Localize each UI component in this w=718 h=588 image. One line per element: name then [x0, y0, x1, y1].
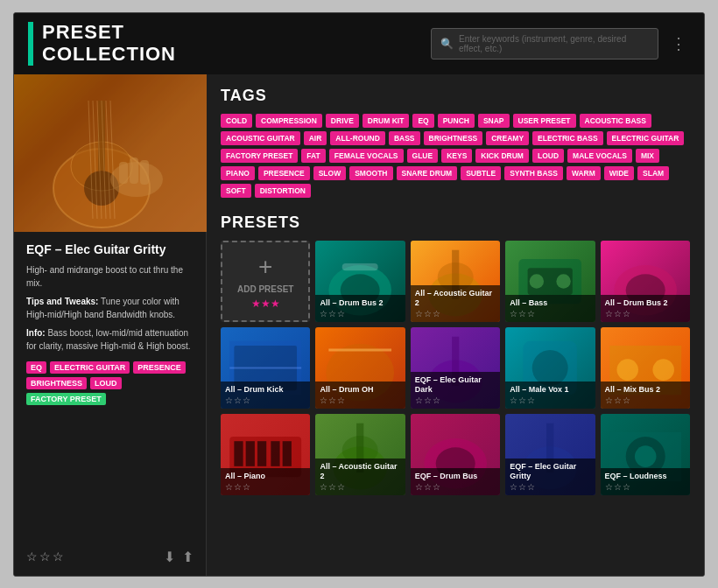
preset-card-name-7: All – Male Vox 1: [510, 385, 590, 395]
add-preset-card[interactable]: + ADD PRESET ★★★: [221, 241, 310, 322]
tag-factory-preset[interactable]: FACTORY PRESET: [221, 149, 298, 163]
tag-slow[interactable]: SLOW: [313, 166, 347, 180]
guitar-illustration: [14, 74, 207, 232]
preset-card-name-8: All – Mix Bus 2: [605, 385, 686, 395]
preset-card-5[interactable]: All – Drum OH ☆☆☆: [315, 327, 405, 409]
tag-snap[interactable]: SNAP: [478, 114, 510, 128]
tag-brightness2[interactable]: BRIGHTNESS: [424, 131, 483, 145]
svg-point-39: [652, 359, 674, 381]
tag-brightness[interactable]: BRIGHTNESS: [26, 377, 87, 389]
tag-synth-bass[interactable]: SYNTH BASS: [504, 166, 563, 180]
preset-card-10[interactable]: All – Acoustic Guitar 2 ☆☆☆: [315, 414, 405, 495]
tag-acoustic-bass[interactable]: ACOUSTIC BASS: [580, 114, 651, 128]
preset-card-name-4: All – Drum Kick: [225, 385, 306, 395]
preset-card-6[interactable]: EQF – Elec Guitar Dark ☆☆☆: [411, 327, 500, 409]
tag-compression[interactable]: COMPRESSION: [256, 114, 322, 128]
preset-card-name-13: EQF – Loudness: [605, 472, 686, 481]
tag-drive[interactable]: DRIVE: [326, 114, 359, 128]
tag-acoustic-guitar[interactable]: ACOUSTIC GUITAR: [221, 131, 300, 145]
svg-rect-15: [14, 74, 207, 232]
tag-factory[interactable]: FACTORY PRESET: [26, 393, 106, 405]
tag-female-vocals[interactable]: FEMALE VOCALS: [329, 149, 404, 163]
tag-electric-guitar2[interactable]: ELECTRIC GUITAR: [607, 131, 685, 145]
svg-rect-43: [257, 441, 266, 466]
share-icon[interactable]: ⬆: [182, 549, 194, 565]
tag-presence2[interactable]: PRESENCE: [258, 166, 310, 180]
tag-eq2[interactable]: EQ: [412, 114, 433, 128]
preset-card-stars-10: ☆☆☆: [320, 482, 400, 492]
preset-card-stars-3: ☆☆☆: [605, 309, 686, 318]
header: PRESET COLLECTION 🔍 Enter keywords (inst…: [14, 13, 704, 74]
preset-card-12[interactable]: EQF – Elec Guitar Gritty ☆☆☆: [505, 414, 595, 495]
preset-card-4[interactable]: All – Drum Kick ☆☆☆: [221, 327, 310, 409]
preset-card-stars-1: ☆☆☆: [415, 309, 496, 318]
preset-card-info-12: EQF – Elec Guitar Gritty ☆☆☆: [505, 458, 595, 495]
tag-slam[interactable]: SLAM: [637, 166, 669, 180]
preset-info: EQF – Elec Guitar Gritty High- and midra…: [14, 232, 206, 542]
header-right: 🔍 Enter keywords (instrument, genre, des…: [431, 28, 690, 60]
tag-all-round[interactable]: ALL-ROUND: [330, 131, 385, 145]
preset-card-1[interactable]: All – Acoustic Guitar 2 ☆☆☆: [411, 241, 500, 322]
add-preset-stars: ★★★: [251, 298, 280, 310]
tag-smooth[interactable]: SMOOTH: [349, 166, 392, 180]
tag-subtle[interactable]: SUBTLE: [461, 166, 501, 180]
tag-glue[interactable]: GLUE: [407, 149, 439, 163]
preset-card-info-0: All – Drum Bus 2 ☆☆☆: [315, 295, 405, 322]
tag-wide[interactable]: WIDE: [604, 166, 634, 180]
tag-snare-drum[interactable]: SNARE DRUM: [397, 166, 458, 180]
tag-loud2[interactable]: LOUD: [532, 149, 564, 163]
preset-card-stars-13: ☆☆☆: [605, 482, 686, 492]
preset-card-9[interactable]: All – Piano ☆☆☆: [221, 414, 310, 495]
left-tags: EQ ELECTRIC GUITAR PRESENCE BRIGHTNESS L…: [26, 361, 194, 405]
add-preset-label: ADD PRESET: [237, 284, 293, 294]
preset-card-stars-8: ☆☆☆: [605, 396, 686, 405]
preset-card-stars-4: ☆☆☆: [225, 396, 306, 405]
preset-card-8[interactable]: All – Mix Bus 2 ☆☆☆: [601, 327, 690, 409]
preset-card-13[interactable]: EQF – Loudness ☆☆☆: [601, 414, 690, 495]
app-title: PRESET COLLECTION: [42, 22, 176, 64]
preset-card-2[interactable]: All – Bass ☆☆☆: [505, 241, 595, 322]
preset-image: [14, 74, 207, 232]
add-icon: +: [258, 253, 272, 281]
tag-loud[interactable]: LOUD: [90, 377, 122, 389]
tag-creamy[interactable]: CREAMY: [486, 131, 529, 145]
tag-fat[interactable]: FAT: [301, 149, 325, 163]
tag-warm[interactable]: WARM: [567, 166, 601, 180]
preset-card-name-11: EQF – Drum Bus: [415, 472, 496, 481]
preset-card-11[interactable]: EQF – Drum Bus ☆☆☆: [411, 414, 500, 495]
tag-punch[interactable]: PUNCH: [438, 114, 475, 128]
tag-piano[interactable]: PIANO: [221, 166, 255, 180]
svg-rect-41: [234, 441, 243, 466]
tag-drum-kit[interactable]: DRUM KIT: [363, 114, 410, 128]
download-icon[interactable]: ⬇: [164, 549, 175, 565]
more-button[interactable]: ⋮: [667, 34, 690, 53]
tag-cold[interactable]: COLD: [221, 114, 252, 128]
preset-card-stars-6: ☆☆☆: [415, 396, 496, 405]
tag-electric-guitar[interactable]: ELECTRIC GUITAR: [50, 361, 130, 374]
tag-bass[interactable]: BASS: [389, 131, 420, 145]
preset-card-info-11: EQF – Drum Bus ☆☆☆: [411, 468, 500, 495]
tag-user-preset[interactable]: USER PRESET: [513, 114, 576, 128]
search-bar[interactable]: 🔍 Enter keywords (instrument, genre, des…: [431, 28, 658, 60]
tag-distortion[interactable]: DISTORTION: [255, 184, 311, 198]
preset-card-0[interactable]: All – Drum Bus 2 ☆☆☆: [315, 241, 405, 322]
preset-desc-1: High- and midrange boost to cut thru the…: [26, 263, 194, 290]
preset-card-3[interactable]: All – Drum Bus 2 ☆☆☆: [601, 241, 690, 322]
tag-male-vocals[interactable]: MALE VOCALS: [567, 149, 632, 163]
tag-electric-bass[interactable]: ELECTRIC BASS: [532, 131, 602, 145]
preset-card-7[interactable]: All – Male Vox 1 ☆☆☆: [505, 327, 595, 409]
preset-card-name-2: All – Bass: [510, 298, 590, 308]
tag-soft[interactable]: SOFT: [221, 184, 251, 198]
tag-air[interactable]: AIR: [304, 131, 327, 145]
tag-presence[interactable]: PRESENCE: [133, 361, 186, 374]
preset-name: EQF – Elec Guitar Gritty: [26, 242, 194, 256]
tag-keys[interactable]: KEYS: [441, 149, 472, 163]
tag-eq[interactable]: EQ: [26, 361, 46, 374]
tag-kick-drum[interactable]: KICK DRUM: [475, 149, 529, 163]
right-panel[interactable]: TAGS COLD COMPRESSION DRIVE DRUM KIT EQ …: [207, 74, 704, 576]
preset-card-name-1: All – Acoustic Guitar 2: [415, 289, 496, 308]
left-bottom: ☆☆☆ ⬇ ⬆: [14, 542, 206, 576]
tag-mix[interactable]: MIX: [636, 149, 659, 163]
preset-stars[interactable]: ☆☆☆: [26, 550, 66, 564]
preset-card-name-0: All – Drum Bus 2: [320, 298, 400, 308]
